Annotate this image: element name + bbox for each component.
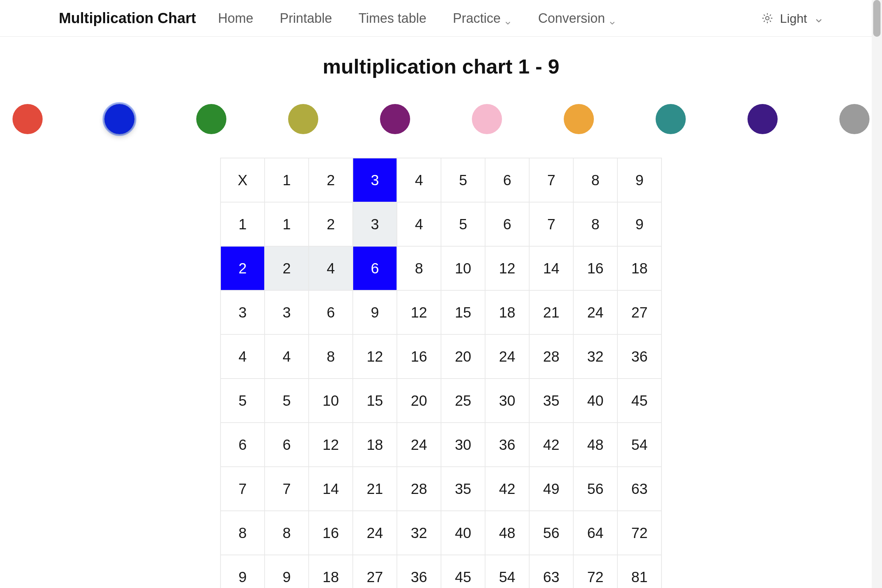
table-cell[interactable]: 1	[265, 202, 309, 246]
table-cell[interactable]: 15	[441, 290, 485, 334]
table-cell[interactable]: 2	[265, 246, 309, 290]
table-cell[interactable]: 28	[397, 467, 441, 511]
table-cell[interactable]: 40	[441, 511, 485, 555]
table-cell[interactable]: 6	[265, 423, 309, 467]
table-cell[interactable]: 18	[485, 290, 529, 334]
table-cell[interactable]: 36	[397, 555, 441, 588]
table-cell[interactable]: 20	[397, 378, 441, 423]
col-header[interactable]: 7	[529, 158, 573, 202]
table-cell[interactable]: 12	[397, 290, 441, 334]
col-header[interactable]: 2	[309, 158, 353, 202]
table-cell[interactable]: 8	[573, 202, 617, 246]
table-cell[interactable]: 12	[485, 246, 529, 290]
table-cell[interactable]: 5	[441, 202, 485, 246]
table-cell[interactable]: 32	[397, 511, 441, 555]
color-dot-purple[interactable]	[380, 104, 410, 134]
table-cell[interactable]: 24	[485, 334, 529, 378]
table-cell[interactable]: 48	[485, 511, 529, 555]
col-header[interactable]: 6	[485, 158, 529, 202]
table-cell[interactable]: 24	[397, 423, 441, 467]
nav-conversion[interactable]: Conversion	[538, 10, 616, 26]
table-cell[interactable]: 3	[353, 202, 397, 246]
col-header[interactable]: 4	[397, 158, 441, 202]
table-cell[interactable]: 18	[353, 423, 397, 467]
nav-times-table[interactable]: Times table	[358, 10, 426, 26]
table-cell[interactable]: 56	[573, 467, 617, 511]
table-cell[interactable]: 5	[265, 378, 309, 423]
color-dot-blue[interactable]	[104, 104, 135, 134]
table-cell[interactable]: 8	[397, 246, 441, 290]
table-cell[interactable]: 4	[309, 246, 353, 290]
scrollbar-track[interactable]	[872, 0, 882, 588]
table-cell[interactable]: 54	[617, 423, 662, 467]
table-cell[interactable]: 72	[617, 511, 662, 555]
col-header[interactable]: 1	[265, 158, 309, 202]
color-dot-gray[interactable]	[839, 104, 870, 134]
table-cell[interactable]: 56	[529, 511, 573, 555]
table-cell[interactable]: 35	[441, 467, 485, 511]
table-cell[interactable]: 6	[485, 202, 529, 246]
table-cell[interactable]: 15	[353, 378, 397, 423]
table-cell[interactable]: 35	[529, 378, 573, 423]
table-cell[interactable]: 6	[353, 246, 397, 290]
row-header[interactable]: 2	[220, 246, 265, 290]
row-header[interactable]: 3	[220, 290, 265, 334]
table-cell[interactable]: 12	[353, 334, 397, 378]
table-cell[interactable]: 7	[529, 202, 573, 246]
table-cell[interactable]: 24	[353, 511, 397, 555]
table-cell[interactable]: 36	[617, 334, 662, 378]
color-dot-pink[interactable]	[472, 104, 502, 134]
table-cell[interactable]: 8	[309, 334, 353, 378]
table-cell[interactable]: 30	[441, 423, 485, 467]
table-cell[interactable]: 27	[353, 555, 397, 588]
nav-printable[interactable]: Printable	[280, 10, 332, 26]
col-header[interactable]: 8	[573, 158, 617, 202]
table-cell[interactable]: 9	[265, 555, 309, 588]
theme-select[interactable]: Light	[762, 11, 823, 26]
table-cell[interactable]: 10	[309, 378, 353, 423]
table-cell[interactable]: 63	[529, 555, 573, 588]
table-cell[interactable]: 12	[309, 423, 353, 467]
col-header[interactable]: 3	[353, 158, 397, 202]
color-dot-green[interactable]	[196, 104, 226, 134]
table-cell[interactable]: 9	[353, 290, 397, 334]
table-cell[interactable]: 45	[617, 378, 662, 423]
table-cell[interactable]: 3	[265, 290, 309, 334]
col-header[interactable]: 5	[441, 158, 485, 202]
row-header[interactable]: 1	[220, 202, 265, 246]
table-cell[interactable]: 42	[485, 467, 529, 511]
table-cell[interactable]: 18	[617, 246, 662, 290]
color-dot-olive[interactable]	[288, 104, 318, 134]
row-header[interactable]: 6	[220, 423, 265, 467]
table-cell[interactable]: 30	[485, 378, 529, 423]
color-dot-red[interactable]	[12, 104, 43, 134]
row-header[interactable]: 9	[220, 555, 265, 588]
row-header[interactable]: 5	[220, 378, 265, 423]
table-cell[interactable]: 4	[265, 334, 309, 378]
table-cell[interactable]: 64	[573, 511, 617, 555]
color-dot-teal[interactable]	[656, 104, 686, 134]
nav-home[interactable]: Home	[218, 10, 253, 26]
table-corner[interactable]: X	[220, 158, 265, 202]
table-cell[interactable]: 16	[309, 511, 353, 555]
table-cell[interactable]: 10	[441, 246, 485, 290]
table-cell[interactable]: 18	[309, 555, 353, 588]
table-cell[interactable]: 36	[485, 423, 529, 467]
color-dot-orange[interactable]	[564, 104, 594, 134]
table-cell[interactable]: 8	[265, 511, 309, 555]
table-cell[interactable]: 6	[309, 290, 353, 334]
table-cell[interactable]: 81	[617, 555, 662, 588]
table-cell[interactable]: 28	[529, 334, 573, 378]
row-header[interactable]: 8	[220, 511, 265, 555]
table-cell[interactable]: 45	[441, 555, 485, 588]
table-cell[interactable]: 49	[529, 467, 573, 511]
table-cell[interactable]: 48	[573, 423, 617, 467]
table-cell[interactable]: 4	[397, 202, 441, 246]
table-cell[interactable]: 9	[617, 202, 662, 246]
color-dot-violet[interactable]	[747, 104, 778, 134]
table-cell[interactable]: 40	[573, 378, 617, 423]
table-cell[interactable]: 54	[485, 555, 529, 588]
table-cell[interactable]: 63	[617, 467, 662, 511]
table-cell[interactable]: 42	[529, 423, 573, 467]
table-cell[interactable]: 21	[353, 467, 397, 511]
